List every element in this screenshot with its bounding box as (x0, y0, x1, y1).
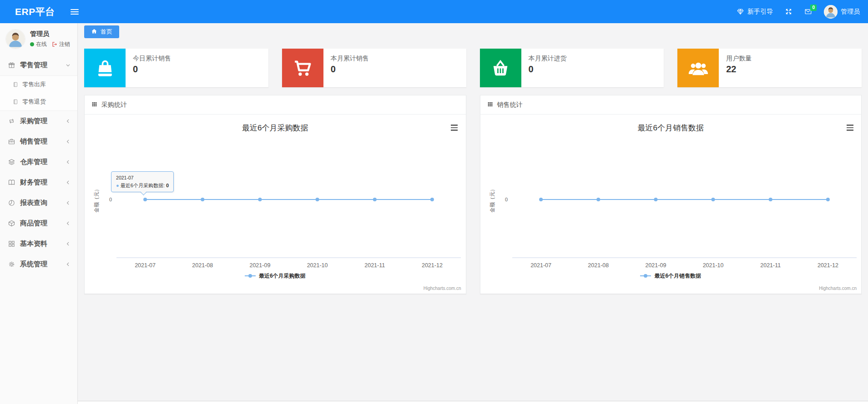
stat-value: 0 (529, 64, 567, 75)
app-logo[interactable]: ERP平台 (0, 5, 55, 18)
data-point[interactable] (711, 198, 715, 201)
x-axis-label: 2021-12 (817, 262, 838, 269)
sidebar-menu: 零售管理零售出库零售退货采购管理销售管理仓库管理财务管理报表查询商品管理基本资料… (0, 55, 77, 274)
doc-icon (12, 99, 19, 105)
data-point[interactable] (201, 198, 204, 201)
x-axis-label: 2021-08 (192, 262, 213, 269)
fullscreen-button[interactable] (785, 8, 792, 15)
shopping-bag-icon (84, 49, 126, 87)
stat-card-month-purchase[interactable]: 本月累计进货0 (480, 49, 664, 87)
sidebar-item-report-query[interactable]: 报表查询 (0, 193, 77, 213)
chart-purchase-stats: 最近6个月采购数据0金额（元）2021-072021-082021-092021… (85, 115, 466, 294)
sidebar-item-label: 基本资料 (20, 239, 65, 248)
panel-title: 采购统计 (101, 101, 127, 109)
stat-label: 本月累计进货 (529, 55, 567, 63)
data-point[interactable] (373, 198, 377, 201)
users-icon (677, 49, 719, 87)
y-axis-title: 金额（元） (490, 186, 495, 213)
data-point[interactable] (143, 198, 147, 201)
hamburger-icon (71, 9, 79, 10)
online-status-label: 在线 (36, 40, 47, 48)
sidebar-item-warehouse-management[interactable]: 仓库管理 (0, 152, 77, 172)
stat-card-month-sales[interactable]: 本月累计销售0 (282, 49, 466, 87)
messages-button[interactable]: 0 (804, 8, 812, 15)
angle-left-icon (65, 200, 71, 206)
sidebar-item-retail-return[interactable]: 零售退货 (0, 93, 77, 110)
y-axis-title: 金额（元） (94, 186, 99, 213)
guide-button[interactable]: 新手引导 (737, 8, 773, 16)
stats-row: 今日累计销售0本月累计销售0本月累计进货0用户数量22 (84, 49, 862, 87)
sidebar-item-label: 零售出库 (22, 80, 46, 89)
legend-item[interactable]: 最近6个月采购数据 (85, 272, 466, 280)
data-point[interactable] (596, 198, 600, 201)
angle-left-icon (65, 118, 71, 124)
panel-header: 销售统计 (480, 95, 862, 115)
angle-left-icon (65, 261, 71, 267)
layers-icon (8, 158, 15, 166)
user-avatar[interactable] (5, 29, 25, 49)
sidebar-item-label: 商品管理 (20, 219, 65, 228)
x-axis-label: 2021-12 (422, 262, 443, 269)
data-point[interactable] (258, 198, 262, 201)
sidebar-item-sales-management[interactable]: 销售管理 (0, 131, 77, 152)
angle-down-icon (65, 62, 71, 68)
doc-icon (12, 81, 19, 88)
main-content: 首页 今日累计销售0本月累计销售0本月累计进货0用户数量22 采购统计最近6个月… (78, 23, 868, 404)
basket-icon (480, 49, 521, 87)
legend-label: 最近6个月采购数据 (259, 272, 306, 280)
legend-marker-icon (245, 272, 256, 280)
tooltip-series-label: 最近6个月采购数据: (121, 183, 166, 188)
chart-tooltip: 2021-07● 最近6个月采购数据: 0 (111, 171, 174, 192)
logout-link[interactable]: 注销 (59, 40, 70, 48)
highcharts-credits-link[interactable]: Highcharts.com.cn (424, 286, 461, 291)
sidebar-item-label: 报表查询 (20, 199, 65, 207)
highcharts-credits-link[interactable]: Highcharts.com.cn (819, 286, 857, 291)
chart-plot: 0金额（元）2021-072021-082021-092021-102021-1… (85, 115, 466, 294)
data-point[interactable] (768, 198, 772, 201)
sidebar-item-purchase-management[interactable]: 采购管理 (0, 111, 77, 131)
stat-card-today-sales[interactable]: 今日累计销售0 (84, 49, 268, 87)
data-point[interactable] (826, 198, 829, 201)
box-icon (8, 219, 15, 227)
username-label: 管理员 (841, 8, 860, 16)
tab-home-label: 首页 (101, 28, 112, 36)
data-point[interactable] (430, 198, 434, 201)
x-axis-label: 2021-11 (364, 262, 385, 269)
y-axis-tick-label: 0 (505, 197, 507, 202)
stat-card-user-count[interactable]: 用户数量22 (677, 49, 862, 87)
sidebar-item-system-management[interactable]: 系统管理 (0, 254, 77, 274)
sidebar-item-retail-outbound[interactable]: 零售出库 (0, 76, 77, 93)
sidebar-item-finance-management[interactable]: 财务管理 (0, 172, 77, 193)
sidebar-item-label: 财务管理 (20, 178, 65, 187)
loop-icon (8, 117, 15, 125)
sidebar-toggle-button[interactable] (68, 5, 81, 19)
data-point[interactable] (316, 198, 319, 201)
x-axis-label: 2021-08 (588, 262, 609, 269)
gear-icon (8, 260, 15, 268)
tab-home[interactable]: 首页 (84, 25, 119, 38)
y-axis-tick-label: 0 (109, 197, 112, 202)
grid-icon (8, 240, 15, 248)
legend-item[interactable]: 最近6个月销售数据 (480, 272, 862, 280)
online-status-dot (30, 42, 34, 46)
sidebar-item-basic-data[interactable]: 基本资料 (0, 234, 77, 254)
x-axis-label: 2021-10 (307, 262, 328, 269)
top-navbar: ERP平台 新手引导 0 管理员 (0, 0, 868, 23)
data-point[interactable] (654, 198, 657, 201)
angle-left-icon (65, 180, 71, 185)
expand-icon (785, 8, 792, 15)
stat-label: 本月累计销售 (331, 55, 369, 63)
briefcase-icon (8, 138, 15, 145)
user-menu[interactable]: 管理员 (824, 5, 860, 19)
guide-label: 新手引导 (747, 8, 773, 16)
chart-sales-stats: 最近6个月销售数据0金额（元）2021-072021-082021-092021… (480, 115, 862, 294)
sidebar-item-retail-management[interactable]: 零售管理 (0, 55, 77, 75)
navbar-right: 新手引导 0 管理员 (737, 5, 868, 19)
sign-out-icon (49, 41, 57, 47)
sidebar-item-goods-management[interactable]: 商品管理 (0, 213, 77, 234)
data-point[interactable] (539, 198, 543, 201)
avatar (824, 5, 838, 19)
x-axis-label: 2021-09 (249, 262, 270, 269)
cart-icon (282, 49, 323, 87)
panel-purchase-stats: 采购统计最近6个月采购数据0金额（元）2021-072021-082021-09… (84, 95, 466, 294)
